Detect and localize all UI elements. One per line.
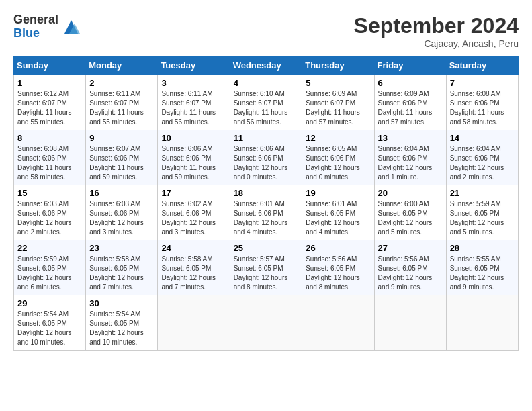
day-number: 29	[17, 298, 82, 308]
day-info: Sunrise: 6:04 AM Sunset: 6:06 PM Dayligh…	[450, 144, 515, 182]
calendar-cell: 21Sunrise: 5:59 AM Sunset: 6:05 PM Dayli…	[446, 185, 518, 240]
day-info: Sunrise: 6:06 AM Sunset: 6:06 PM Dayligh…	[234, 144, 299, 182]
day-info: Sunrise: 6:08 AM Sunset: 6:06 PM Dayligh…	[17, 144, 82, 182]
weekday-header-sunday: Sunday	[14, 56, 86, 75]
day-number: 3	[161, 78, 226, 88]
calendar-cell: 18Sunrise: 6:01 AM Sunset: 6:06 PM Dayli…	[230, 185, 302, 240]
calendar-cell: 2Sunrise: 6:11 AM Sunset: 6:07 PM Daylig…	[86, 75, 158, 130]
calendar-cell: 6Sunrise: 6:09 AM Sunset: 6:06 PM Daylig…	[374, 75, 446, 130]
day-info: Sunrise: 5:58 AM Sunset: 6:05 PM Dayligh…	[89, 255, 154, 292]
calendar-cell: 30Sunrise: 5:54 AM Sunset: 6:05 PM Dayli…	[86, 295, 158, 351]
title-block: September 2024 Cajacay, Ancash, Peru	[354, 13, 519, 49]
calendar-cell: 20Sunrise: 6:00 AM Sunset: 6:05 PM Dayli…	[374, 185, 446, 240]
day-number: 4	[234, 78, 299, 88]
day-info: Sunrise: 6:04 AM Sunset: 6:06 PM Dayligh…	[378, 144, 443, 182]
day-info: Sunrise: 6:03 AM Sunset: 6:06 PM Dayligh…	[89, 199, 154, 237]
calendar-cell	[446, 295, 518, 351]
day-info: Sunrise: 6:09 AM Sunset: 6:07 PM Dayligh…	[306, 89, 370, 127]
weekday-header-thursday: Thursday	[302, 56, 374, 75]
day-info: Sunrise: 6:08 AM Sunset: 6:06 PM Dayligh…	[450, 89, 515, 127]
day-number: 23	[89, 243, 154, 253]
calendar-cell: 22Sunrise: 5:59 AM Sunset: 6:05 PM Dayli…	[14, 240, 86, 295]
day-number: 11	[234, 133, 299, 143]
page-header: General Blue September 2024 Cajacay, Anc…	[13, 13, 519, 49]
day-number: 1	[17, 78, 82, 88]
day-info: Sunrise: 6:11 AM Sunset: 6:07 PM Dayligh…	[161, 89, 226, 127]
day-number: 9	[89, 133, 154, 143]
logo: General Blue	[13, 13, 81, 40]
day-number: 18	[234, 188, 299, 198]
day-info: Sunrise: 6:01 AM Sunset: 6:06 PM Dayligh…	[234, 199, 299, 237]
day-info: Sunrise: 5:54 AM Sunset: 6:05 PM Dayligh…	[17, 310, 82, 347]
calendar-cell: 11Sunrise: 6:06 AM Sunset: 6:06 PM Dayli…	[230, 130, 302, 185]
day-info: Sunrise: 5:59 AM Sunset: 6:05 PM Dayligh…	[450, 199, 515, 237]
day-number: 28	[450, 243, 515, 253]
logo-icon	[61, 17, 81, 37]
calendar-cell: 28Sunrise: 5:55 AM Sunset: 6:05 PM Dayli…	[446, 240, 518, 295]
day-number: 19	[306, 188, 370, 198]
day-info: Sunrise: 5:57 AM Sunset: 6:05 PM Dayligh…	[234, 255, 299, 292]
weekday-header-monday: Monday	[86, 56, 158, 75]
day-number: 10	[161, 133, 226, 143]
calendar-week-2: 8Sunrise: 6:08 AM Sunset: 6:06 PM Daylig…	[14, 130, 519, 185]
calendar-cell	[374, 295, 446, 351]
day-info: Sunrise: 5:55 AM Sunset: 6:05 PM Dayligh…	[450, 255, 515, 292]
calendar-cell: 17Sunrise: 6:02 AM Sunset: 6:06 PM Dayli…	[158, 185, 230, 240]
day-number: 20	[378, 188, 443, 198]
calendar-table: SundayMondayTuesdayWednesdayThursdayFrid…	[13, 56, 519, 351]
day-info: Sunrise: 6:00 AM Sunset: 6:05 PM Dayligh…	[378, 199, 443, 237]
calendar-week-1: 1Sunrise: 6:12 AM Sunset: 6:07 PM Daylig…	[14, 75, 519, 130]
day-number: 16	[89, 188, 154, 198]
calendar-cell: 15Sunrise: 6:03 AM Sunset: 6:06 PM Dayli…	[14, 185, 86, 240]
day-number: 30	[89, 298, 154, 308]
day-info: Sunrise: 6:07 AM Sunset: 6:06 PM Dayligh…	[89, 144, 154, 182]
day-number: 13	[378, 133, 443, 143]
weekday-header-row: SundayMondayTuesdayWednesdayThursdayFrid…	[14, 56, 519, 75]
day-info: Sunrise: 6:03 AM Sunset: 6:06 PM Dayligh…	[17, 199, 82, 237]
calendar-cell: 13Sunrise: 6:04 AM Sunset: 6:06 PM Dayli…	[374, 130, 446, 185]
day-info: Sunrise: 6:11 AM Sunset: 6:07 PM Dayligh…	[89, 89, 154, 127]
calendar-cell: 9Sunrise: 6:07 AM Sunset: 6:06 PM Daylig…	[86, 130, 158, 185]
day-number: 6	[378, 78, 443, 88]
day-info: Sunrise: 5:56 AM Sunset: 6:05 PM Dayligh…	[306, 255, 370, 292]
day-info: Sunrise: 6:10 AM Sunset: 6:07 PM Dayligh…	[234, 89, 299, 127]
calendar-cell: 25Sunrise: 5:57 AM Sunset: 6:05 PM Dayli…	[230, 240, 302, 295]
day-number: 25	[234, 243, 299, 253]
day-number: 27	[378, 243, 443, 253]
day-info: Sunrise: 5:58 AM Sunset: 6:05 PM Dayligh…	[161, 255, 226, 292]
day-number: 17	[161, 188, 226, 198]
calendar-cell: 24Sunrise: 5:58 AM Sunset: 6:05 PM Dayli…	[158, 240, 230, 295]
calendar-week-4: 22Sunrise: 5:59 AM Sunset: 6:05 PM Dayli…	[14, 240, 519, 295]
day-info: Sunrise: 6:09 AM Sunset: 6:06 PM Dayligh…	[378, 89, 443, 127]
calendar-cell: 5Sunrise: 6:09 AM Sunset: 6:07 PM Daylig…	[302, 75, 374, 130]
day-number: 7	[450, 78, 515, 88]
weekday-header-tuesday: Tuesday	[158, 56, 230, 75]
location-title: Cajacay, Ancash, Peru	[354, 38, 519, 49]
day-info: Sunrise: 6:02 AM Sunset: 6:06 PM Dayligh…	[161, 199, 226, 237]
calendar-cell: 16Sunrise: 6:03 AM Sunset: 6:06 PM Dayli…	[86, 185, 158, 240]
weekday-header-friday: Friday	[374, 56, 446, 75]
calendar-cell: 14Sunrise: 6:04 AM Sunset: 6:06 PM Dayli…	[446, 130, 518, 185]
calendar-cell: 8Sunrise: 6:08 AM Sunset: 6:06 PM Daylig…	[14, 130, 86, 185]
day-info: Sunrise: 5:56 AM Sunset: 6:05 PM Dayligh…	[378, 255, 443, 292]
calendar-cell	[302, 295, 374, 351]
day-number: 5	[306, 78, 370, 88]
day-number: 15	[17, 188, 82, 198]
month-title: September 2024	[354, 13, 519, 38]
day-number: 24	[161, 243, 226, 253]
calendar-week-5: 29Sunrise: 5:54 AM Sunset: 6:05 PM Dayli…	[14, 295, 519, 351]
calendar-week-3: 15Sunrise: 6:03 AM Sunset: 6:06 PM Dayli…	[14, 185, 519, 240]
day-number: 26	[306, 243, 370, 253]
calendar-cell: 26Sunrise: 5:56 AM Sunset: 6:05 PM Dayli…	[302, 240, 374, 295]
day-info: Sunrise: 6:01 AM Sunset: 6:05 PM Dayligh…	[306, 199, 370, 237]
day-info: Sunrise: 5:54 AM Sunset: 6:05 PM Dayligh…	[89, 310, 154, 347]
day-number: 21	[450, 188, 515, 198]
calendar-cell: 4Sunrise: 6:10 AM Sunset: 6:07 PM Daylig…	[230, 75, 302, 130]
calendar-cell	[158, 295, 230, 351]
weekday-header-wednesday: Wednesday	[230, 56, 302, 75]
logo-general: General	[13, 13, 58, 27]
calendar-cell: 3Sunrise: 6:11 AM Sunset: 6:07 PM Daylig…	[158, 75, 230, 130]
day-info: Sunrise: 6:06 AM Sunset: 6:06 PM Dayligh…	[161, 144, 226, 182]
day-number: 2	[89, 78, 154, 88]
logo-blue: Blue	[13, 27, 58, 40]
